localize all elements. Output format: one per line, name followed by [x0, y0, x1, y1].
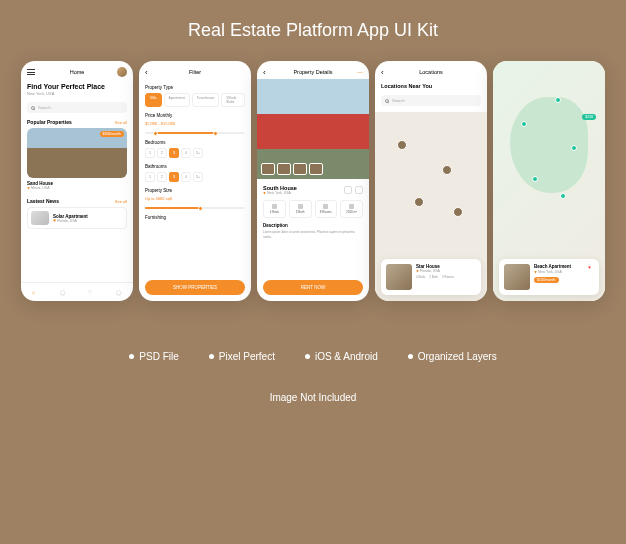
rent-now-button[interactable]: RENT NOW — [263, 280, 363, 295]
feature-psd: PSD File — [129, 351, 178, 362]
num-3[interactable]: 3 — [169, 172, 179, 182]
more-icon[interactable]: ⋯ — [357, 69, 363, 75]
map-marker[interactable] — [521, 121, 527, 127]
num-4[interactable]: 4 — [181, 172, 191, 182]
map-marker[interactable] — [414, 197, 424, 207]
heart-icon[interactable]: ♥ — [588, 264, 594, 270]
detail-location: New York, USA — [263, 191, 297, 195]
pill-whole[interactable]: Whole Build — [221, 93, 245, 107]
screen-map: $250 Beach Apartment ♥ New York, USA $15… — [493, 61, 605, 301]
avatar[interactable] — [117, 67, 127, 77]
nav-home-icon[interactable]: ⌂ — [32, 289, 38, 295]
features-row: PSD File Pixel Perfect iOS & Android Org… — [129, 351, 496, 362]
furnishing-label: Furnishing — [145, 215, 245, 220]
map-property-card[interactable]: Beach Apartment ♥ New York, USA $150/mon… — [499, 259, 599, 295]
bedrooms-row: 1 2 3 4 5+ — [145, 148, 245, 158]
map-view[interactable]: Star House Florida, USA 4 Beds 2 Bath 5 … — [375, 112, 487, 301]
popular-label: Popular Properties — [27, 119, 72, 125]
pin-icon — [534, 271, 537, 274]
details-content: South House New York, USA 4 Beds 3 Bath … — [257, 79, 369, 274]
num-1[interactable]: 1 — [145, 172, 155, 182]
pill-apartment[interactable]: Apartment — [164, 93, 190, 107]
back-icon[interactable]: ‹ — [263, 68, 266, 77]
num-5[interactable]: 5+ — [193, 172, 203, 182]
locations-header: ‹ Locations — [375, 61, 487, 79]
description-label: Description — [263, 223, 363, 228]
property-location: Miami, USA — [27, 186, 127, 190]
price-badge: $350/month — [100, 131, 125, 137]
screen-details: ‹ Property Details ⋯ South House New Yor… — [257, 61, 369, 301]
num-4[interactable]: 4 — [181, 148, 191, 158]
share-icon[interactable] — [344, 186, 352, 194]
home-content: Find Your Perfect Place New York, USA Se… — [21, 79, 133, 282]
card-location: Florida, USA — [416, 269, 476, 273]
size-slider[interactable] — [145, 207, 245, 209]
screen-home: Home Find Your Perfect Place New York, U… — [21, 61, 133, 301]
pill-villa[interactable]: Villa — [145, 93, 162, 107]
see-all-link[interactable]: See all — [115, 120, 127, 125]
card-location: New York, USA — [534, 270, 594, 274]
num-2[interactable]: 2 — [157, 148, 167, 158]
pill-townhouse[interactable]: Townhouse — [192, 93, 220, 107]
num-1[interactable]: 1 — [145, 148, 155, 158]
feature-pixel: Pixel Perfect — [209, 351, 275, 362]
pin-icon — [416, 270, 419, 273]
num-2[interactable]: 2 — [157, 172, 167, 182]
filter-title: Filter — [189, 69, 201, 75]
heart-icon[interactable] — [355, 186, 363, 194]
show-properties-button[interactable]: SHOW PROPERTIES — [145, 280, 245, 295]
card-stats: 4 Beds 2 Bath 5 Rooms — [416, 275, 476, 279]
search-input[interactable]: Search — [27, 102, 127, 113]
back-icon[interactable]: ‹ — [381, 68, 384, 77]
map-price-badge[interactable]: $250 — [582, 114, 596, 120]
locations-title: Locations — [419, 69, 443, 75]
map-marker[interactable] — [555, 97, 561, 103]
thumb-2[interactable] — [277, 163, 291, 175]
nav-search-icon[interactable]: ◯ — [60, 289, 66, 295]
map-marker[interactable] — [560, 193, 566, 199]
spec-area: 2500 m² — [340, 200, 363, 218]
pin-icon — [53, 219, 56, 222]
bathrooms-label: Bathrooms — [145, 164, 245, 169]
spec-beds: 4 Beds — [263, 200, 286, 218]
num-3[interactable]: 3 — [169, 148, 179, 158]
room-icon — [323, 204, 328, 209]
card-image — [504, 264, 530, 290]
bottom-nav: ⌂ ◯ ♡ ◯ — [21, 282, 133, 301]
card-image — [386, 264, 412, 290]
bullet-icon — [129, 354, 134, 359]
price-range-value: $2,000 - $15,000 — [145, 121, 245, 126]
thumb-1[interactable] — [261, 163, 275, 175]
bathrooms-row: 1 2 3 4 5+ — [145, 172, 245, 182]
num-5[interactable]: 5+ — [193, 148, 203, 158]
search-input[interactable]: Search — [381, 95, 481, 106]
bullet-icon — [209, 354, 214, 359]
bullet-icon — [408, 354, 413, 359]
news-card[interactable]: Solar Apartment Florida, USA — [27, 207, 127, 229]
map-property-card[interactable]: Star House Florida, USA 4 Beds 2 Bath 5 … — [381, 259, 481, 295]
property-card[interactable]: $350/month — [27, 128, 127, 178]
feature-layers: Organized Layers — [408, 351, 497, 362]
map-full-view[interactable]: $250 Beach Apartment ♥ New York, USA $15… — [493, 61, 605, 301]
locations-content: Locations Near You Search Star House Flo… — [375, 79, 487, 301]
spec-row: 4 Beds 3 Bath 8 Rooms 2500 m² — [263, 200, 363, 218]
hero-heading: Find Your Perfect Place — [27, 83, 127, 90]
map-marker[interactable] — [397, 140, 407, 150]
size-value: Up to 5600 sqft — [145, 196, 245, 201]
map-marker[interactable] — [442, 165, 452, 175]
thumb-4[interactable] — [309, 163, 323, 175]
nav-profile-icon[interactable]: ◯ — [116, 289, 122, 295]
map-marker[interactable] — [453, 207, 463, 217]
back-icon[interactable]: ‹ — [145, 68, 148, 77]
pin-icon — [263, 192, 266, 195]
area-icon — [349, 204, 354, 209]
spec-bath: 3 Bath — [289, 200, 312, 218]
nav-fav-icon[interactable]: ♡ — [88, 289, 94, 295]
thumb-3[interactable] — [293, 163, 307, 175]
news-label: Lastest News — [27, 198, 59, 204]
footer-note: Image Not Included — [270, 392, 357, 403]
price-slider[interactable] — [145, 132, 245, 134]
menu-icon[interactable] — [27, 69, 35, 75]
bed-icon — [272, 204, 277, 209]
see-all-link[interactable]: See all — [115, 199, 127, 204]
